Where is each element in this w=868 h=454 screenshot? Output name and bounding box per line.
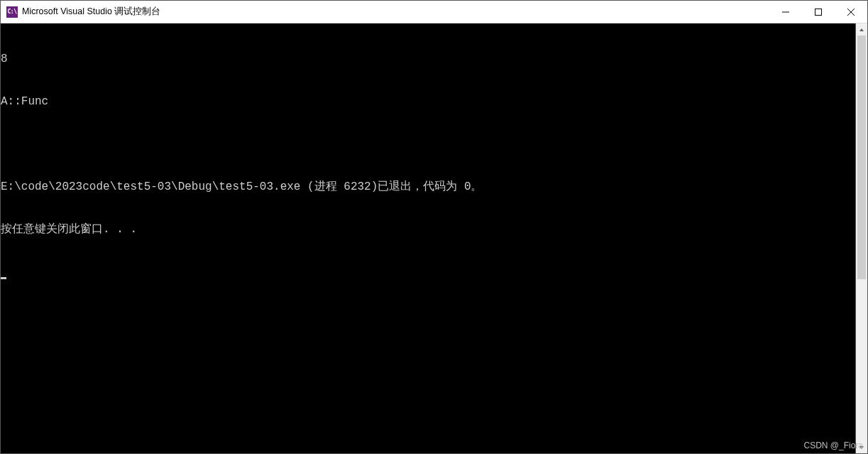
console-cursor-line xyxy=(1,265,855,279)
window-controls xyxy=(769,1,867,23)
vertical-scrollbar[interactable] xyxy=(855,23,867,453)
scroll-up-button[interactable] xyxy=(856,23,867,36)
svg-rect-1 xyxy=(815,9,822,15)
titlebar[interactable]: C:\ Microsoft Visual Studio 调试控制台 xyxy=(1,1,867,23)
scroll-track[interactable] xyxy=(856,36,867,441)
minimize-button[interactable] xyxy=(769,1,802,23)
scroll-down-button[interactable] xyxy=(856,441,867,453)
maximize-button[interactable] xyxy=(802,1,835,23)
app-window: C:\ Microsoft Visual Studio 调试控制台 8 A::F… xyxy=(0,0,868,454)
svg-marker-5 xyxy=(859,446,864,449)
console-line: E:\code\2023code\test5-03\Debug\test5-03… xyxy=(1,180,855,194)
app-icon: C:\ xyxy=(6,6,18,18)
svg-marker-4 xyxy=(859,28,864,31)
console-wrap: 8 A::Func E:\code\2023code\test5-03\Debu… xyxy=(1,23,867,453)
console-line: A::Func xyxy=(1,94,855,109)
text-cursor xyxy=(1,277,6,279)
close-button[interactable] xyxy=(835,1,867,23)
console-output[interactable]: 8 A::Func E:\code\2023code\test5-03\Debu… xyxy=(1,23,855,453)
console-line: 8 xyxy=(1,52,855,66)
console-line: 按任意键关闭此窗口. . . xyxy=(1,222,855,237)
titlebar-left: C:\ Microsoft Visual Studio 调试控制台 xyxy=(1,6,769,18)
window-title: Microsoft Visual Studio 调试控制台 xyxy=(22,6,160,18)
console-line xyxy=(1,137,855,151)
scroll-thumb[interactable] xyxy=(857,36,866,279)
